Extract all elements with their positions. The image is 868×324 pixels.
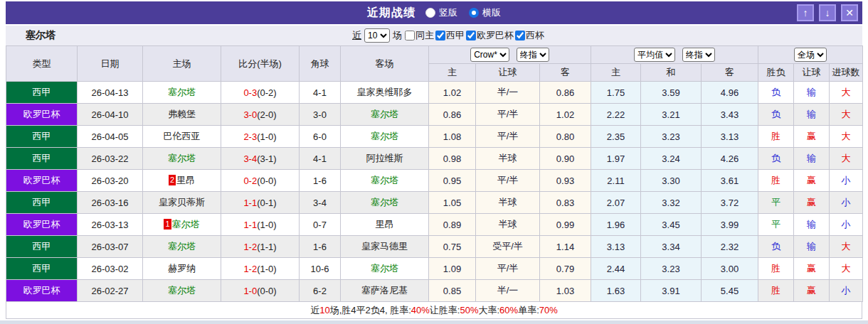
match-date: 26-03-13: [78, 214, 143, 236]
summary-segment: 50%: [460, 305, 478, 315]
filter-checkbox-西甲[interactable]: 西甲: [435, 29, 465, 42]
fulltime-score: 1-2: [243, 264, 257, 274]
average-select-group: 平均值 终指: [591, 46, 758, 64]
home-team-name: 里昂: [176, 175, 195, 185]
home-team-name: 塞尔塔: [168, 87, 196, 97]
layout-radio-vertical[interactable]: 竖版: [425, 6, 457, 19]
move-up-button[interactable]: ↑: [797, 4, 814, 21]
radio-icon[interactable]: [469, 8, 479, 18]
recent-link[interactable]: 近: [352, 29, 361, 42]
bookmaker-select[interactable]: Crow*: [470, 48, 509, 62]
sub-header-avg-home: 主: [591, 64, 641, 82]
handicap-line: 平/半: [476, 104, 540, 126]
checkbox-label: 欧罗巴杯: [477, 29, 514, 42]
match-date: 26-03-22: [78, 148, 143, 170]
home-team: 塞尔塔: [143, 280, 221, 302]
avg-home-odds: 3.13: [591, 236, 641, 258]
checkbox-icon[interactable]: [435, 31, 445, 40]
avg-home-odds: 2.22: [591, 104, 641, 126]
avg-home-odds: 1.75: [591, 82, 641, 104]
result-winloss: 负: [758, 236, 794, 258]
avg-away-odds: 3.72: [702, 192, 758, 214]
fulltime-select-group: 全场: [758, 46, 863, 64]
league-filters: 同主西甲欧罗巴杯西杯: [405, 29, 544, 42]
home-team-name: 巴伦西亚: [164, 131, 201, 141]
result-handicap: 赢: [794, 192, 830, 214]
away-team-name: 阿拉维斯: [366, 153, 403, 163]
result-goals: 小: [830, 192, 863, 214]
result-winloss: 负: [758, 104, 794, 126]
match-date: 26-02-27: [78, 280, 143, 302]
checkbox-label: 西甲: [446, 29, 465, 42]
result-winloss: 平: [758, 214, 794, 236]
layout-radio-horizontal[interactable]: 横版: [469, 6, 501, 19]
odds-stage-select-2[interactable]: 终指: [682, 48, 715, 62]
home-team-name: 赫罗纳: [168, 263, 196, 274]
league-badge: 西甲: [6, 192, 78, 214]
handicap-away-odds: 1.03: [540, 280, 591, 302]
match-score: 1-0(0-0): [221, 280, 300, 302]
bottom-strip: [0, 320, 868, 324]
handicap-line: 半/一: [476, 82, 540, 104]
fulltime-score: 3-0: [243, 109, 257, 120]
arrow-down-icon: ↓: [825, 8, 830, 18]
home-team: 弗赖堡: [143, 104, 221, 126]
checkbox-icon[interactable]: [405, 31, 415, 40]
filter-bar: 塞尔塔 近 10 场 同主西甲欧罗巴杯西杯: [6, 26, 862, 45]
corner-score: 1-6: [300, 236, 341, 258]
handicap-away-odds: 0.93: [540, 170, 591, 192]
halftime-score: (1-0): [257, 264, 276, 274]
result-goals: 大: [830, 148, 863, 170]
move-down-button[interactable]: ↓: [819, 4, 836, 21]
home-team-name: 塞尔塔: [168, 153, 196, 163]
team-name-label: 塞尔塔: [26, 29, 55, 42]
fulltime-select[interactable]: 全场: [794, 48, 827, 62]
handicap-home-odds: 1.08: [429, 126, 476, 148]
away-team: 皇家马德里: [341, 236, 429, 258]
filter-checkbox-欧罗巴杯[interactable]: 欧罗巴杯: [466, 29, 514, 42]
summary-segment: 近: [310, 304, 319, 317]
avg-draw-odds: 3.45: [641, 214, 702, 236]
match-score: 1-2(1-1): [221, 236, 300, 258]
handicap-line: 受平/半: [476, 236, 540, 258]
fulltime-score: 0-2: [243, 176, 257, 186]
col-header-away: 客场: [341, 46, 429, 82]
avg-home-odds: 1.96: [591, 214, 641, 236]
result-goals: 小: [830, 170, 863, 192]
handicap-line: 半/一: [476, 280, 540, 302]
filter-checkbox-西杯[interactable]: 西杯: [515, 29, 544, 42]
away-team-name: 塞萨洛尼基: [361, 285, 408, 296]
away-team: 阿拉维斯: [341, 148, 429, 170]
handicap-home-odds: 0.89: [429, 214, 476, 236]
corner-score: 3-4: [300, 192, 341, 214]
sub-header-handicap-result: 让球: [794, 64, 830, 82]
handicap-away-odds: 0.99: [540, 214, 591, 236]
result-goals: 大: [830, 126, 863, 148]
radio-icon[interactable]: [425, 8, 435, 18]
recent-count-select[interactable]: 10: [364, 28, 390, 43]
close-button[interactable]: ✕: [841, 4, 858, 21]
filter-controls: 近 10 场 同主西甲欧罗巴杯西杯: [352, 28, 544, 43]
avg-away-odds: 3.43: [702, 104, 758, 126]
filter-checkbox-同主[interactable]: 同主: [405, 29, 434, 42]
halftime-score: (2-0): [257, 109, 276, 120]
avg-draw-odds: 3.30: [641, 170, 702, 192]
avg-away-odds: 4.26: [702, 148, 758, 170]
handicap-line: 半球: [476, 214, 540, 236]
col-header-date: 日期: [78, 46, 143, 82]
handicap-home-odds: 1.05: [429, 192, 476, 214]
halftime-score: (1-0): [257, 131, 276, 142]
home-team-name: 弗赖堡: [168, 109, 196, 119]
odds-stage-select-1[interactable]: 终指: [517, 48, 549, 62]
home-team-name: 塞尔塔: [168, 241, 196, 252]
handicap-line: 平/半: [476, 258, 540, 280]
match-date: 26-04-10: [78, 104, 143, 126]
summary-segment: 70%: [539, 305, 558, 315]
result-handicap: 赢: [794, 258, 830, 280]
average-select[interactable]: 平均值: [634, 48, 675, 62]
panel-title: 近期战绩: [367, 6, 416, 21]
checkbox-icon[interactable]: [466, 31, 476, 40]
checkbox-icon[interactable]: [515, 31, 525, 40]
avg-away-odds: 5.45: [702, 280, 758, 302]
home-team-name: 皇家贝蒂斯: [159, 197, 205, 207]
